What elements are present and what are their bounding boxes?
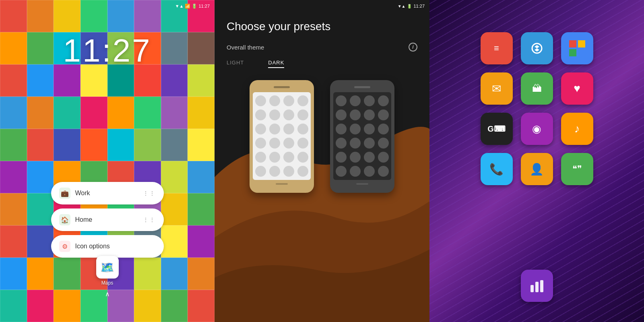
phone-dark[interactable] [330,80,394,193]
maps-label: Maps [101,280,113,286]
phone-speaker-light [274,86,290,88]
svg-rect-5 [578,49,585,56]
presets-title: Choose your presets [227,20,417,33]
icon-options-icon: ⚙ [59,241,70,252]
wifi-icon: 📶 [185,4,190,9]
clock-display: 11:27 [0,32,215,69]
svg-rect-6 [530,285,534,292]
app-gboard[interactable]: G⌨ [481,113,513,145]
svg-rect-3 [578,40,585,47]
app-music[interactable]: ♪ [561,113,593,145]
menu-item-icon-options[interactable]: ⚙ Icon options [51,235,164,258]
info-icon[interactable]: i [409,43,417,52]
maps-icon: 🗺️ [96,256,119,279]
signal-icon: ▼▲ [175,4,184,8]
theme-label: Overall theme [227,44,264,51]
work-dots: ⋮⋮ [143,190,156,196]
apps-grid: ≡ ✉ 🏔 ♥ G⌨ ◉ [481,32,593,185]
phone-light[interactable] [250,80,314,193]
panel-presets: ▼▲ 🔋 11:27 Choose your presets Overall t… [215,0,429,322]
app-dropbox[interactable] [521,32,553,64]
home-btn-light [276,183,288,185]
theme-row: Overall theme i [227,43,417,52]
menu-item-work[interactable]: 💼 Work ⋮⋮ [51,182,164,204]
svg-rect-2 [569,40,576,47]
app-phone[interactable]: 📞 [481,153,513,185]
presets-content: Choose your presets Overall theme i LIGH… [215,0,429,201]
work-label: Work [75,190,138,197]
app-health[interactable]: ♥ [561,72,593,105]
home-btn-dark [356,183,368,185]
svg-rect-8 [540,280,543,292]
app-chart[interactable] [521,270,553,302]
screen-light [253,92,311,180]
svg-rect-7 [535,282,539,292]
app-google[interactable] [561,32,593,64]
maps-app[interactable]: 🗺️ Maps [96,256,119,286]
app-email[interactable]: ✉ [481,72,513,105]
menu-item-home[interactable]: 🏠 Home ⋮⋮ [51,208,164,231]
screen-dark [333,92,391,180]
home-label: Home [75,216,138,223]
app-camera[interactable]: ◉ [521,113,553,145]
app-avatar[interactable]: 👤 [521,153,553,185]
status-bar: ▼▲ 📶 🔋 11:27 [0,0,215,12]
clock-status: 11:27 [198,4,210,8]
phones-container [227,80,417,193]
work-icon: 💼 [59,188,70,199]
icon-options-label: Icon options [75,243,156,250]
panel-apps: ≡ ✉ 🏔 ♥ G⌨ ◉ [429,0,644,322]
tab-light[interactable]: LIGHT [227,60,244,68]
battery-icon: 🔋 [192,4,197,9]
svg-rect-4 [569,49,576,56]
tab-dark[interactable]: DARK [268,60,284,68]
svg-point-0 [532,43,542,53]
panel-homescreen: ▼▲ 📶 🔋 11:27 11:27 💼 Work ⋮⋮ 🏠 Home ⋮⋮ ⚙ [0,0,215,322]
app-photos[interactable]: 🏔 [521,72,553,105]
app-messages[interactable]: ❝❞ [561,153,593,185]
preset-tabs: LIGHT DARK [227,60,417,68]
home-dots: ⋮⋮ [143,217,156,223]
app-gmail[interactable]: ≡ [481,32,513,64]
chevron-up-icon: ∧ [105,290,110,298]
home-icon: 🏠 [59,214,70,225]
phone-speaker-dark [354,86,370,88]
menu-list: 💼 Work ⋮⋮ 🏠 Home ⋮⋮ ⚙ Icon options [51,182,164,258]
